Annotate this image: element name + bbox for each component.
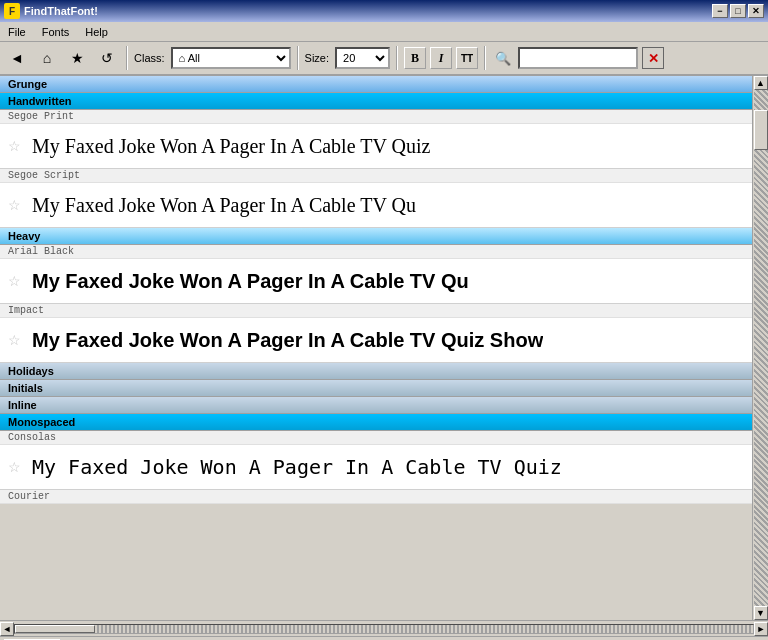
- refresh-button[interactable]: ↺: [94, 45, 120, 71]
- separator-3: [396, 46, 398, 70]
- hscroll-track[interactable]: [14, 624, 754, 634]
- font-sample-impact: My Faxed Joke Won A Pager In A Cable TV …: [32, 329, 543, 352]
- separator-4: [484, 46, 486, 70]
- font-list: Grunge Handwritten Segoe Print ☆ My Faxe…: [0, 76, 752, 620]
- search-icon: 🔍: [492, 47, 514, 69]
- close-button[interactable]: ✕: [748, 4, 764, 18]
- scroll-down-button[interactable]: ▼: [754, 606, 768, 620]
- menu-file[interactable]: File: [4, 24, 30, 40]
- search-input[interactable]: [518, 47, 638, 69]
- category-heavy[interactable]: Heavy: [0, 228, 752, 245]
- category-holidays-label: Holidays: [8, 365, 54, 377]
- font-name-consolas[interactable]: Consolas: [0, 431, 752, 445]
- menu-help[interactable]: Help: [81, 24, 112, 40]
- category-initials-label: Initials: [8, 382, 43, 394]
- hscroll-thumb[interactable]: [15, 625, 95, 633]
- font-name-courier[interactable]: Courier: [0, 490, 752, 504]
- class-select[interactable]: ⌂ All: [171, 47, 291, 69]
- star-impact[interactable]: ☆: [8, 332, 24, 348]
- back-icon: ◄: [10, 50, 24, 66]
- toolbar: ◄ ⌂ ★ ↺ Class: ⌂ All Size: 20 B I TT 🔍 ✕: [0, 42, 768, 76]
- font-preview-impact[interactable]: ☆ My Faxed Joke Won A Pager In A Cable T…: [0, 318, 752, 362]
- size-label: Size:: [305, 52, 329, 64]
- font-entry-impact: Impact ☆ My Faxed Joke Won A Pager In A …: [0, 304, 752, 363]
- category-initials[interactable]: Initials: [0, 380, 752, 397]
- font-entry-segoe-print: Segoe Print ☆ My Faxed Joke Won A Pager …: [0, 110, 752, 169]
- menu-fonts[interactable]: Fonts: [38, 24, 74, 40]
- star-consolas[interactable]: ☆: [8, 459, 24, 475]
- title-bar: F FindThatFont! − □ ✕: [0, 0, 768, 22]
- minimize-button[interactable]: −: [712, 4, 728, 18]
- font-entry-segoe-script: Segoe Script ☆ My Faxed Joke Won A Pager…: [0, 169, 752, 228]
- class-label: Class:: [134, 52, 165, 64]
- separator-2: [297, 46, 299, 70]
- category-handwritten-label: Handwritten: [8, 95, 72, 107]
- clear-search-button[interactable]: ✕: [642, 47, 664, 69]
- category-grunge[interactable]: Grunge: [0, 76, 752, 93]
- category-inline-label: Inline: [8, 399, 37, 411]
- font-sample-arial-black: My Faxed Joke Won A Pager In A Cable TV …: [32, 270, 469, 293]
- vertical-scrollbar[interactable]: ▲ ▼: [752, 76, 768, 620]
- home-icon: ⌂: [43, 50, 51, 66]
- font-sample-segoe-print: My Faxed Joke Won A Pager In A Cable TV …: [32, 135, 430, 158]
- font-name-segoe-script[interactable]: Segoe Script: [0, 169, 752, 183]
- favorites-button[interactable]: ★: [64, 45, 90, 71]
- category-monospaced[interactable]: Monospaced: [0, 414, 752, 431]
- font-name-impact[interactable]: Impact: [0, 304, 752, 318]
- font-sample-consolas: My Faxed Joke Won A Pager In A Cable TV …: [32, 455, 562, 479]
- title-text: FindThatFont!: [24, 5, 98, 17]
- star-arial-black[interactable]: ☆: [8, 273, 24, 289]
- bold-button[interactable]: B: [404, 47, 426, 69]
- horizontal-scrollbar: ◄ ►: [0, 620, 768, 636]
- font-preview-consolas[interactable]: ☆ My Faxed Joke Won A Pager In A Cable T…: [0, 445, 752, 489]
- category-monospaced-label: Monospaced: [8, 416, 75, 428]
- separator-1: [126, 46, 128, 70]
- smallcaps-button[interactable]: TT: [456, 47, 478, 69]
- home-button[interactable]: ⌂: [34, 45, 60, 71]
- back-button[interactable]: ◄: [4, 45, 30, 71]
- category-grunge-label: Grunge: [8, 78, 47, 90]
- scroll-track: [754, 90, 768, 606]
- scroll-thumb[interactable]: [754, 110, 768, 150]
- font-preview-arial-black[interactable]: ☆ My Faxed Joke Won A Pager In A Cable T…: [0, 259, 752, 303]
- italic-button[interactable]: I: [430, 47, 452, 69]
- window-controls: − □ ✕: [712, 4, 764, 18]
- scroll-left-button[interactable]: ◄: [0, 622, 14, 636]
- font-entry-arial-black: Arial Black ☆ My Faxed Joke Won A Pager …: [0, 245, 752, 304]
- font-preview-segoe-print[interactable]: ☆ My Faxed Joke Won A Pager In A Cable T…: [0, 124, 752, 168]
- star-segoe-print[interactable]: ☆: [8, 138, 24, 154]
- category-heavy-label: Heavy: [8, 230, 40, 242]
- category-inline[interactable]: Inline: [0, 397, 752, 414]
- app-icon: F: [4, 3, 20, 19]
- font-entry-consolas: Consolas ☆ My Faxed Joke Won A Pager In …: [0, 431, 752, 490]
- status-bar: 38 fonts: [0, 636, 768, 640]
- scroll-right-button[interactable]: ►: [754, 622, 768, 636]
- refresh-icon: ↺: [101, 50, 113, 66]
- size-select[interactable]: 20: [335, 47, 390, 69]
- maximize-button[interactable]: □: [730, 4, 746, 18]
- menu-bar: File Fonts Help: [0, 22, 768, 42]
- font-sample-segoe-script: My Faxed Joke Won A Pager In A Cable TV …: [32, 194, 416, 217]
- star-icon: ★: [71, 50, 84, 66]
- font-name-arial-black[interactable]: Arial Black: [0, 245, 752, 259]
- category-holidays[interactable]: Holidays: [0, 363, 752, 380]
- star-segoe-script[interactable]: ☆: [8, 197, 24, 213]
- category-handwritten[interactable]: Handwritten: [0, 93, 752, 110]
- font-preview-segoe-script[interactable]: ☆ My Faxed Joke Won A Pager In A Cable T…: [0, 183, 752, 227]
- scroll-up-button[interactable]: ▲: [754, 76, 768, 90]
- font-name-segoe-print[interactable]: Segoe Print: [0, 110, 752, 124]
